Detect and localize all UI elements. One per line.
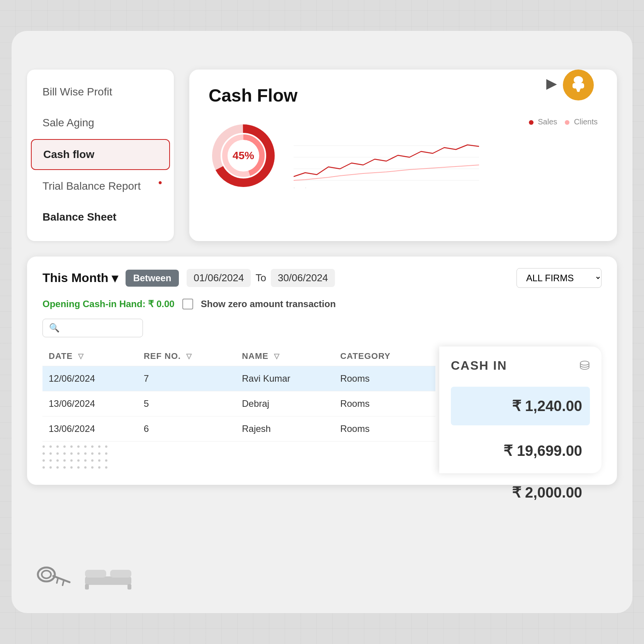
- all-firms-select[interactable]: ALL FIRMS Firm 1 Firm 2: [517, 268, 602, 288]
- sidebar-item-balance-sheet[interactable]: Balance Sheet: [31, 202, 170, 232]
- col-date: DATE ▽: [42, 347, 138, 366]
- svg-point-16: [42, 571, 51, 578]
- chart-legend: Sales Clients: [294, 117, 598, 126]
- show-zero-checkbox[interactable]: [182, 299, 193, 309]
- show-zero-label: Show zero amount transaction: [201, 299, 336, 309]
- cell-date: 13/06/2024: [42, 391, 138, 416]
- dots-pattern: [42, 445, 435, 469]
- cash-flow-title: Cash Flow: [209, 85, 598, 106]
- svg-line-18: [63, 581, 64, 585]
- svg-line-19: [57, 578, 58, 583]
- transactions-table: DATE ▽ REF NO. ▽: [42, 347, 435, 442]
- line-chart: Sales Clients: [294, 117, 598, 194]
- cell-category: Rooms: [334, 391, 435, 416]
- this-month-button[interactable]: This Month ▾: [42, 271, 118, 285]
- legend-clients: Clients: [565, 117, 598, 126]
- col-category: CATEGORY: [334, 347, 435, 366]
- ref-filter-icon[interactable]: ▽: [186, 352, 192, 360]
- cell-ref: 7: [138, 366, 236, 391]
- cell-name: Debraj: [236, 391, 334, 416]
- table-row[interactable]: 13/06/2024 5 Debraj Rooms: [42, 391, 435, 416]
- svg-point-0: [574, 76, 583, 84]
- donut-percent: 45%: [233, 150, 254, 162]
- col-ref: REF NO. ▽: [138, 347, 236, 366]
- cash-flow-card: Cash Flow 45: [189, 70, 617, 241]
- key-icon: [35, 559, 73, 590]
- cell-ref: 5: [138, 391, 236, 416]
- opening-cash-row: Opening Cash-in Hand: ₹ 0.00 Show zero a…: [42, 299, 602, 309]
- svg-line-17: [53, 576, 70, 582]
- bed-icon: [81, 559, 135, 590]
- cash-in-amount-3: ₹ 2,000.00: [451, 473, 590, 512]
- svg-text:.: .: [305, 185, 306, 189]
- search-input[interactable]: [63, 323, 136, 333]
- table-row[interactable]: 13/06/2024 6 Rajesh Rooms: [42, 416, 435, 442]
- col-name: NAME ▽: [236, 347, 334, 366]
- play-button[interactable]: ▶: [546, 75, 557, 92]
- cash-in-amount-1: ₹ 1,240.00: [451, 387, 590, 425]
- cash-in-title: CASH IN: [451, 359, 507, 373]
- sidebar-item-trial-balance[interactable]: Trial Balance Report: [31, 172, 170, 201]
- svg-point-3: [577, 89, 580, 92]
- bell-notification[interactable]: [563, 70, 594, 100]
- svg-rect-1: [573, 83, 584, 88]
- search-bar[interactable]: 🔍: [42, 319, 143, 337]
- cash-in-filter-icon[interactable]: ⛁: [579, 358, 590, 373]
- bottom-icons: [35, 559, 135, 590]
- svg-point-15: [38, 568, 55, 581]
- date-from[interactable]: 01/06/2024: [187, 269, 251, 287]
- between-badge: Between: [126, 270, 179, 287]
- legend-sales: Sales: [529, 117, 557, 126]
- cell-category: Rooms: [334, 416, 435, 442]
- cell-ref: 6: [138, 416, 236, 442]
- filter-bar: This Month ▾ Between 01/06/2024 To 30/06…: [42, 268, 602, 288]
- cash-in-amount-2: ₹ 19,699.00: [451, 432, 590, 470]
- svg-text:.: .: [294, 185, 295, 189]
- svg-rect-20: [85, 576, 131, 585]
- cell-date: 13/06/2024: [42, 416, 138, 442]
- table-row[interactable]: 12/06/2024 7 Ravi Kumar Rooms: [42, 366, 435, 391]
- svg-rect-23: [85, 584, 89, 590]
- cash-in-card: CASH IN ⛁ ₹ 1,240.00 ₹ 19,699.00 ₹ 2,000…: [439, 347, 602, 473]
- search-icon: 🔍: [49, 323, 59, 333]
- sidebar-item-sale-aging[interactable]: Sale Aging: [31, 108, 170, 138]
- date-range: 01/06/2024 To 30/06/2024: [187, 269, 335, 287]
- cell-name: Rajesh: [236, 416, 334, 442]
- cell-category: Rooms: [334, 366, 435, 391]
- svg-rect-22: [110, 570, 131, 578]
- chevron-down-icon: ▾: [112, 271, 118, 285]
- bottom-section: This Month ▾ Between 01/06/2024 To 30/06…: [27, 257, 617, 485]
- cell-name: Ravi Kumar: [236, 366, 334, 391]
- sidebar-item-cash-flow[interactable]: Cash flow: [31, 139, 170, 170]
- menu-panel: Bill Wise Profit Sale Aging Cash flow Tr…: [27, 70, 174, 241]
- cell-date: 12/06/2024: [42, 366, 138, 391]
- date-filter-icon[interactable]: ▽: [78, 352, 84, 360]
- date-to[interactable]: 30/06/2024: [271, 269, 335, 287]
- sidebar-item-bill-wise-profit[interactable]: Bill Wise Profit: [31, 77, 170, 107]
- cash-in-amounts: ₹ 1,240.00 ₹ 19,699.00 ₹ 2,000.00: [451, 387, 590, 512]
- opening-cash-label: Opening Cash-in Hand: ₹ 0.00: [42, 299, 175, 309]
- donut-chart: 45%: [209, 121, 278, 190]
- cash-in-header: CASH IN ⛁: [451, 358, 590, 379]
- svg-rect-24: [127, 584, 131, 590]
- name-filter-icon[interactable]: ▽: [274, 352, 280, 360]
- svg-rect-21: [85, 570, 106, 578]
